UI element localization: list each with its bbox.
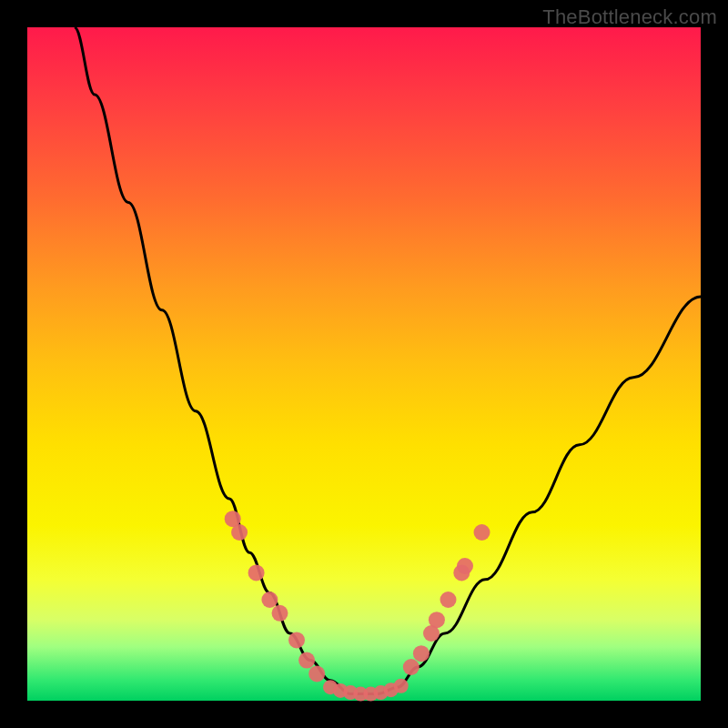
data-dot xyxy=(457,558,473,574)
data-dot xyxy=(440,592,457,608)
data-dot xyxy=(308,665,325,682)
data-dot xyxy=(429,612,445,628)
chart-frame: TheBottleneck.com xyxy=(0,0,728,728)
data-dot xyxy=(474,524,490,541)
data-dot xyxy=(288,632,305,648)
curve-path xyxy=(75,27,701,694)
data-dot xyxy=(272,605,288,622)
dot-cluster-right xyxy=(403,524,490,675)
watermark-text: TheBottleneck.com xyxy=(542,5,717,29)
data-dot xyxy=(298,652,315,669)
data-dot xyxy=(231,524,248,541)
chart-plot-area xyxy=(27,27,701,701)
chart-svg xyxy=(27,27,701,701)
data-dot xyxy=(394,679,409,693)
bottleneck-curve xyxy=(75,27,701,694)
data-dot xyxy=(261,592,278,608)
data-dot xyxy=(248,564,265,581)
data-dot xyxy=(403,659,420,675)
dot-cluster-left xyxy=(225,511,326,682)
data-dot xyxy=(413,645,430,662)
